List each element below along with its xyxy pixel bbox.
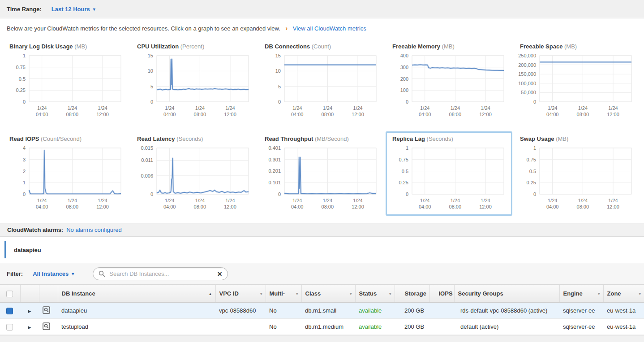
chart-title-text: CPU Utilization <box>137 43 179 50</box>
time-range-bar: Time Range: Last 12 Hours ▾ <box>0 0 644 18</box>
column-header-storage[interactable]: Storage <box>395 285 429 303</box>
chart-unit: (Seconds) <box>175 135 203 142</box>
column-header-multi[interactable]: Multi-▾ <box>266 285 301 303</box>
chart-swap-usage[interactable]: Swap Usage (MB) 10.750.50.2501/2404:001/… <box>513 131 640 216</box>
clear-search-icon[interactable]: ✕ <box>217 271 223 277</box>
svg-text:0.5: 0.5 <box>402 169 408 174</box>
column-label: Security Groups <box>458 290 503 297</box>
svg-text:0: 0 <box>533 99 536 104</box>
svg-text:0: 0 <box>406 99 408 104</box>
cell-db-instance: testupload <box>58 319 215 335</box>
svg-text:1: 1 <box>23 180 26 185</box>
column-header-class[interactable]: Class▾ <box>301 285 355 303</box>
svg-text:1/24: 1/24 <box>292 198 302 203</box>
table-header-row: DB Instance▲VPC ID▾Multi-▾Class▾Status▾S… <box>0 285 644 303</box>
chart-freeable-memory[interactable]: Freeable Memory (MB) 40030020010001/2404… <box>386 39 512 123</box>
svg-text:400: 400 <box>400 53 408 58</box>
inspect-icon[interactable] <box>43 322 50 330</box>
svg-text:12:00: 12:00 <box>607 112 619 117</box>
svg-text:1/24: 1/24 <box>68 105 77 111</box>
column-header-db-instance[interactable]: DB Instance▲ <box>58 285 215 303</box>
svg-text:04:00: 04:00 <box>36 204 48 209</box>
chart-read-latency[interactable]: Read Latency (Seconds) 0.0150.0110.00601… <box>130 131 257 216</box>
time-range-dropdown[interactable]: Last 12 Hours ▾ <box>52 6 95 13</box>
svg-text:0.011: 0.011 <box>141 157 153 163</box>
chart-cpu-utilization[interactable]: CPU Utilization (Percent) 1510501/2404:0… <box>130 39 257 123</box>
row-checkbox[interactable] <box>6 308 13 314</box>
svg-text:10: 10 <box>148 68 153 74</box>
chart-title: CPU Utilization (Percent) <box>137 43 253 50</box>
column-header-zone[interactable]: Zone▾ <box>603 285 644 303</box>
svg-text:1/24: 1/24 <box>165 198 174 203</box>
chart-db-connections[interactable]: DB Connections (Count) 1510501/2404:001/… <box>258 39 385 123</box>
svg-text:1/24: 1/24 <box>195 105 205 111</box>
chart-title: Freeable Space (MB) <box>520 43 636 50</box>
chart-unit: (Count) <box>310 43 331 50</box>
expand-arrow-icon[interactable]: ▶ <box>28 325 31 330</box>
column-menu-icon: ▾ <box>389 291 391 296</box>
select-all-checkbox[interactable] <box>6 291 13 297</box>
svg-text:1/24: 1/24 <box>548 198 557 203</box>
svg-text:1/24: 1/24 <box>37 198 47 203</box>
svg-text:2: 2 <box>23 169 26 174</box>
chart-binary-log-disk-usage[interactable]: Binary Log Disk Usage (MB) 10.750.50.250… <box>3 39 129 123</box>
svg-text:1/24: 1/24 <box>481 105 490 111</box>
column-header-iops[interactable]: IOPS <box>429 285 454 303</box>
column-header-status[interactable]: Status▾ <box>355 285 395 303</box>
svg-text:0.25: 0.25 <box>399 180 408 185</box>
svg-text:250,000: 250,000 <box>518 53 536 58</box>
cell-multi-az: No <box>266 303 301 319</box>
cell-zone: eu-west-1a <box>603 319 644 335</box>
svg-text:1/24: 1/24 <box>323 105 332 111</box>
svg-text:1/24: 1/24 <box>225 105 235 111</box>
table-footer <box>0 335 644 342</box>
chart-unit: (MB) <box>554 135 569 142</box>
chart-title: Binary Log Disk Usage (MB) <box>9 43 125 50</box>
chart-unit: (Count/Second) <box>39 135 82 142</box>
chart-title: Read Throughput (MB/Second) <box>265 135 381 142</box>
row-checkbox[interactable] <box>6 324 13 331</box>
chart-plot: 1510501/2404:001/2408:001/2412:00 <box>262 52 378 118</box>
column-menu-icon: ▾ <box>296 291 298 296</box>
instances-filter-dropdown[interactable]: All Instances ▾ <box>33 270 74 277</box>
column-header-vpc-id[interactable]: VPC ID▾ <box>215 285 266 303</box>
column-menu-icon: ▾ <box>639 291 641 296</box>
cell-class: db.m1.medium <box>301 319 355 335</box>
svg-text:0: 0 <box>278 191 281 197</box>
chart-title-text: Binary Log Disk Usage <box>9 43 73 50</box>
svg-text:1/24: 1/24 <box>578 198 588 203</box>
expand-arrow-icon[interactable]: ▶ <box>28 309 31 313</box>
inspect-icon[interactable] <box>43 306 50 314</box>
chart-read-throughput[interactable]: Read Throughput (MB/Second) 0.4010.3010.… <box>258 131 385 216</box>
search-input[interactable] <box>108 270 214 278</box>
chart-freeable-space[interactable]: Freeable Space (MB) 250,000200,000150,00… <box>513 39 640 123</box>
svg-text:12:00: 12:00 <box>96 112 109 117</box>
column-header-security-groups[interactable]: Security Groups <box>454 285 559 303</box>
svg-text:5: 5 <box>278 84 281 89</box>
svg-text:0.25: 0.25 <box>16 87 26 93</box>
no-alarms-link[interactable]: No alarms configured <box>66 226 122 233</box>
svg-text:200: 200 <box>400 76 408 82</box>
svg-text:0: 0 <box>23 191 26 197</box>
svg-text:1/24: 1/24 <box>451 105 460 111</box>
svg-text:12:00: 12:00 <box>224 204 236 209</box>
svg-text:1/24: 1/24 <box>225 198 235 203</box>
svg-text:1/24: 1/24 <box>608 105 618 111</box>
table-row[interactable]: ▶ dataapieu vpc-08588d60 No db.m1.small … <box>0 303 644 319</box>
chart-replica-lag[interactable]: Replica Lag (Seconds) 10.750.50.2501/240… <box>386 131 512 216</box>
view-all-metrics-link[interactable]: View all CloudWatch metrics <box>293 25 366 32</box>
svg-text:1/24: 1/24 <box>165 105 174 111</box>
svg-text:1: 1 <box>533 145 536 151</box>
chart-plot: 0.4010.3010.2010.10101/2404:001/2408:001… <box>262 145 378 210</box>
svg-text:0: 0 <box>278 99 281 104</box>
svg-text:0.301: 0.301 <box>268 157 281 162</box>
column-label: VPC ID <box>219 290 239 297</box>
chart-read-iops[interactable]: Read IOPS (Count/Second) 432101/2404:001… <box>3 131 129 216</box>
svg-text:3: 3 <box>23 157 26 162</box>
chart-unit: (MB/Second) <box>313 135 348 142</box>
table-row[interactable]: ▶ testupload No db.m1.medium available 2… <box>0 319 644 335</box>
svg-text:1/24: 1/24 <box>608 198 618 203</box>
svg-text:04:00: 04:00 <box>163 112 176 117</box>
column-header-engine[interactable]: Engine▾ <box>559 285 603 303</box>
table-body: ▶ dataapieu vpc-08588d60 No db.m1.small … <box>0 303 644 335</box>
